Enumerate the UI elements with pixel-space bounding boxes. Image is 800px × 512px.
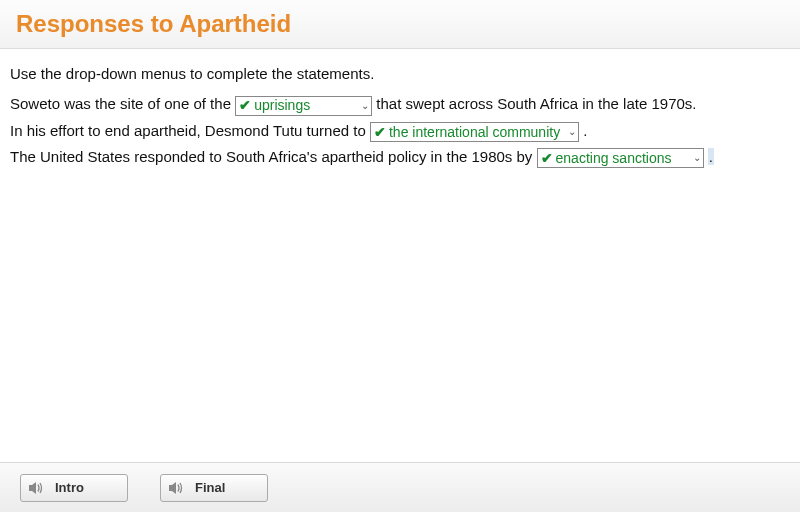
header-bar: Responses to Apartheid [0, 0, 800, 49]
statement-3-pre: The United States responded to South Afr… [10, 148, 537, 165]
check-icon: ✔ [541, 146, 553, 171]
final-button[interactable]: Final [160, 474, 268, 502]
final-button-label: Final [195, 480, 225, 495]
statement-2-post: . [579, 122, 587, 139]
intro-button-label: Intro [55, 480, 84, 495]
speaker-icon [29, 481, 45, 495]
dropdown-1-value: uprisings [254, 93, 359, 118]
dropdown-2-value: the international community [389, 120, 566, 145]
chevron-down-icon: ⌄ [691, 149, 701, 167]
check-icon: ✔ [239, 93, 251, 118]
svg-marker-0 [29, 482, 36, 494]
chevron-down-icon: ⌄ [566, 123, 576, 141]
dropdown-3[interactable]: ✔enacting sanctions⌄ [537, 148, 704, 168]
content-area: Use the drop-down menus to complete the … [0, 49, 800, 170]
dropdown-2[interactable]: ✔the international community⌄ [370, 122, 579, 142]
svg-marker-1 [169, 482, 176, 494]
dropdown-1[interactable]: ✔uprisings⌄ [235, 96, 372, 116]
speaker-icon [169, 481, 185, 495]
statement-2: In his effort to end apartheid, Desmond … [10, 118, 790, 144]
check-icon: ✔ [374, 120, 386, 145]
footer-bar: Intro Final [0, 462, 800, 512]
dropdown-3-value: enacting sanctions [556, 146, 691, 171]
intro-button[interactable]: Intro [20, 474, 128, 502]
instructions-text: Use the drop-down menus to complete the … [10, 61, 790, 87]
statement-1-pre: Soweto was the site of one of the [10, 95, 235, 112]
statement-3: The United States responded to South Afr… [10, 144, 790, 170]
page-title: Responses to Apartheid [16, 10, 784, 38]
statement-1: Soweto was the site of one of the ✔upris… [10, 91, 790, 117]
statement-3-post: . [708, 148, 714, 165]
chevron-down-icon: ⌄ [359, 97, 369, 115]
statement-2-pre: In his effort to end apartheid, Desmond … [10, 122, 370, 139]
statement-1-post: that swept across South Africa in the la… [372, 95, 696, 112]
